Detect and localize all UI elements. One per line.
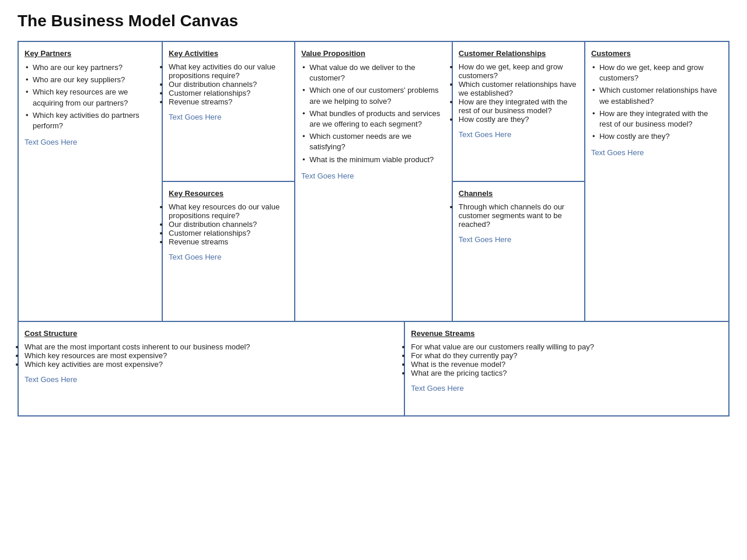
key-resources-section: Key Resources What key resources do our … <box>163 182 294 321</box>
list-item: How do we get, keep and grow customers? <box>591 62 722 83</box>
list-item: How are they integrated with the rest of… <box>459 97 578 115</box>
customers-placeholder[interactable]: Text Goes Here <box>591 148 722 158</box>
cr-channels-cell: Customer Relationships How do we get, ke… <box>453 42 585 321</box>
list-item: Revenue streams? <box>169 97 288 106</box>
key-resources-list: What key resources do our value proposit… <box>169 202 288 246</box>
list-item: What key activities do our value proposi… <box>169 62 288 80</box>
list-item: Our distribution channels? <box>169 80 288 89</box>
list-item: What is the minimum viable product? <box>301 155 446 165</box>
list-item: Through which channels do our customer s… <box>459 202 578 229</box>
customer-relationships-placeholder[interactable]: Text Goes Here <box>459 130 578 140</box>
key-activities-section: Key Activities What key activities do ou… <box>163 42 294 182</box>
list-item: Who are our key suppliers? <box>25 75 156 85</box>
key-partners-cell: Key Partners Who are our key partners? W… <box>19 42 163 321</box>
channels-section: Channels Through which channels do our c… <box>453 182 584 321</box>
list-item: Which customer needs are we satisfying? <box>301 131 446 152</box>
key-activities-placeholder[interactable]: Text Goes Here <box>169 112 288 123</box>
key-partners-list: Who are our key partners? Who are our ke… <box>25 62 156 131</box>
customer-relationships-section: Customer Relationships How do we get, ke… <box>453 42 584 182</box>
business-model-canvas: Key Partners Who are our key partners? W… <box>18 41 729 416</box>
revenue-streams-cell: Revenue Streams For what value are our c… <box>405 322 728 415</box>
list-item: Which customer relationships have we est… <box>591 85 722 106</box>
revenue-streams-title: Revenue Streams <box>411 329 722 338</box>
list-item: Our distribution channels? <box>169 220 288 229</box>
value-proposition-cell: Value Proposition What value do we deliv… <box>295 42 453 321</box>
list-item: Which key activities are most expensive? <box>25 360 398 369</box>
cost-structure-placeholder[interactable]: Text Goes Here <box>25 374 398 385</box>
page-title: The Business Model Canvas <box>18 12 729 30</box>
key-partners-placeholder[interactable]: Text Goes Here <box>25 137 156 148</box>
list-item: Which key resources are we acquiring fro… <box>25 87 156 108</box>
value-proposition-placeholder[interactable]: Text Goes Here <box>301 171 446 181</box>
customers-cell: Customers How do we get, keep and grow c… <box>585 42 728 321</box>
list-item: Customer relationships? <box>169 89 288 97</box>
list-item: Customer relationships? <box>169 229 288 237</box>
revenue-streams-list: For what value are our customers really … <box>411 342 722 377</box>
key-partners-title: Key Partners <box>25 49 156 58</box>
list-item: How costly are they? <box>591 131 722 142</box>
customers-list: How do we get, keep and grow customers? … <box>591 62 722 142</box>
list-item: How are they integrated with the rest of… <box>591 108 722 130</box>
list-item: How costly are they? <box>459 115 578 124</box>
key-activities-list: What key activities do our value proposi… <box>169 62 288 106</box>
list-item: For what do they currently pay? <box>411 351 722 360</box>
cost-structure-title: Cost Structure <box>25 329 398 338</box>
list-item: What key resources do our value proposit… <box>169 202 288 220</box>
list-item: Which key resources are most expensive? <box>25 351 398 360</box>
list-item: What is the revenue model? <box>411 360 722 369</box>
cost-structure-list: What are the most important costs inhere… <box>25 342 398 369</box>
customers-title: Customers <box>591 49 722 58</box>
value-proposition-list: What value do we deliver to the customer… <box>301 62 446 165</box>
list-item: What bundles of products and services ar… <box>301 108 446 130</box>
list-item: Which customer relationships have we est… <box>459 80 578 97</box>
list-item: What value do we deliver to the customer… <box>301 62 446 83</box>
list-item: What are the most important costs inhere… <box>25 342 398 351</box>
channels-list: Through which channels do our customer s… <box>459 202 578 229</box>
cost-structure-cell: Cost Structure What are the most importa… <box>19 322 405 415</box>
customer-relationships-title: Customer Relationships <box>459 49 578 58</box>
list-item: Revenue streams <box>169 237 288 246</box>
revenue-streams-placeholder[interactable]: Text Goes Here <box>411 383 722 394</box>
customer-relationships-list: How do we get, keep and grow customers? … <box>459 62 578 124</box>
list-item: Who are our key partners? <box>25 62 156 73</box>
key-resources-title: Key Resources <box>169 189 288 198</box>
key-resources-placeholder[interactable]: Text Goes Here <box>169 252 288 262</box>
list-item: Which one of our customers' problems are… <box>301 85 446 106</box>
key-activities-title: Key Activities <box>169 49 288 58</box>
channels-title: Channels <box>459 189 578 198</box>
list-item: How do we get, keep and grow customers? <box>459 62 578 80</box>
key-activities-resources-cell: Key Activities What key activities do ou… <box>163 42 295 321</box>
list-item: For what value are our customers really … <box>411 342 722 351</box>
list-item: Which key activities do partners perform… <box>25 110 156 131</box>
value-proposition-title: Value Proposition <box>301 49 446 58</box>
channels-placeholder[interactable]: Text Goes Here <box>459 235 578 245</box>
list-item: What are the pricing tactics? <box>411 369 722 377</box>
